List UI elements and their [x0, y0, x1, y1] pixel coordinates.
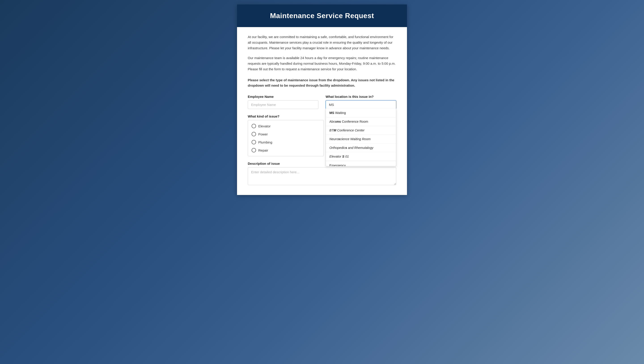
- radio-item-elevator[interactable]: Elevator: [252, 122, 320, 130]
- radio-item-power[interactable]: Power: [252, 130, 320, 138]
- description-textarea[interactable]: [248, 167, 396, 185]
- location-label: What location is this issue in?: [326, 95, 396, 98]
- radio-circle-elevator: [252, 124, 256, 128]
- location-dropdown-list: MS Waiting Abrams Conference Room BTM Co…: [326, 109, 396, 166]
- form-container: Maintenance Service Request At our facil…: [237, 5, 407, 195]
- important-notice: Please select the type of maintenance is…: [248, 77, 396, 89]
- location-group: What location is this issue in? MS Waiti…: [326, 95, 396, 109]
- dropdown-item-elevator[interactable]: Elevator S 01: [326, 152, 396, 161]
- intro-paragraph-2: Our maintenance team is available 24 hou…: [248, 55, 396, 72]
- radio-circle-repair: [252, 148, 256, 152]
- radio-circle-plumbing: [252, 140, 256, 144]
- dropdown-item-btm[interactable]: BTM Conference Center: [326, 126, 396, 135]
- form-row-main: Employee Name What location is this issu…: [248, 95, 396, 109]
- location-input[interactable]: [326, 100, 396, 109]
- issue-radio-group: Elevator Power Plumbing Repair: [248, 120, 324, 156]
- dropdown-item-ms-waiting[interactable]: MS Waiting: [326, 109, 396, 117]
- dropdown-item-orthopedics[interactable]: Orthopedics and Rhemutalogy: [326, 143, 396, 152]
- radio-circle-power: [252, 132, 256, 136]
- radio-item-repair[interactable]: Repair: [252, 146, 320, 154]
- employee-name-group: Employee Name: [248, 95, 318, 109]
- location-dropdown-wrapper: MS Waiting Abrams Conference Room BTM Co…: [326, 100, 396, 109]
- radio-label-power: Power: [258, 132, 268, 136]
- form-body: At our facility, we are committed to mai…: [237, 27, 407, 195]
- dropdown-item-neuroscience[interactable]: Neuroscience Waiting Room: [326, 135, 396, 143]
- intro-paragraph-1: At our facility, we are committed to mai…: [248, 34, 396, 51]
- employee-name-input[interactable]: [248, 100, 318, 109]
- radio-item-plumbing[interactable]: Plumbing: [252, 138, 320, 146]
- form-header: Maintenance Service Request: [237, 5, 407, 27]
- employee-name-label: Employee Name: [248, 95, 318, 98]
- dropdown-item-emergency-partial[interactable]: Emergency: [326, 161, 396, 166]
- radio-label-plumbing: Plumbing: [258, 140, 272, 144]
- radio-label-elevator: Elevator: [258, 124, 270, 128]
- radio-label-repair: Repair: [258, 148, 268, 152]
- page-title: Maintenance Service Request: [246, 12, 398, 20]
- dropdown-item-abrams[interactable]: Abrams Conference Room: [326, 117, 396, 126]
